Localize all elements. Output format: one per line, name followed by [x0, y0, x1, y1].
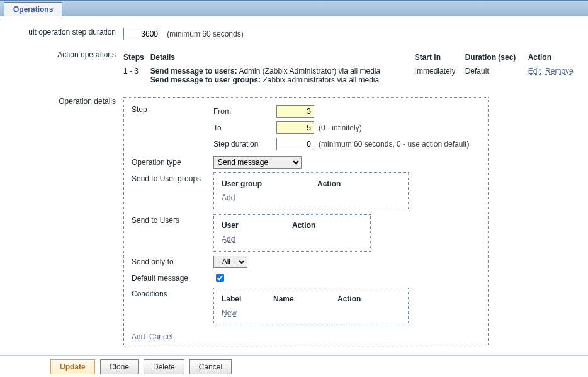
cond-col-name: Name: [273, 293, 336, 306]
cond-col-action: Action: [337, 293, 380, 306]
table-row: 1 - 3 Send message to users: Admin (Zabb…: [123, 65, 580, 87]
col-steps: Steps: [123, 52, 150, 65]
update-button[interactable]: Update: [50, 359, 95, 374]
operation-details-box: Step From T: [123, 97, 489, 347]
remove-link[interactable]: Remove: [545, 67, 574, 76]
send-groups-col-group: User group: [222, 178, 316, 191]
to-input[interactable]: [276, 121, 314, 134]
tab-strip: Operations: [0, 0, 588, 16]
send-users-add-link[interactable]: Add: [222, 235, 235, 244]
cell-steps: 1 - 3: [123, 65, 150, 87]
clone-button[interactable]: Clone: [100, 359, 139, 374]
conditions-label: Conditions: [128, 286, 210, 327]
step-duration-label: Step duration: [213, 136, 276, 152]
cancel-button[interactable]: Cancel: [189, 359, 232, 374]
opdetails-cancel-link[interactable]: Cancel: [149, 332, 172, 341]
opdetails-add-link[interactable]: Add: [132, 332, 145, 341]
send-groups-col-action: Action: [317, 178, 359, 191]
send-users-label: Send to Users: [128, 212, 210, 254]
to-label: To: [213, 120, 276, 136]
default-step-duration-hint: (minimum 60 seconds): [167, 30, 243, 38]
cell-start-in: Immediately: [415, 65, 465, 87]
default-step-duration-label: ult operation step duration: [0, 25, 120, 43]
send-users-box: User Action Add: [213, 214, 371, 252]
send-groups-add-link[interactable]: Add: [222, 193, 235, 202]
col-details: Details: [150, 52, 415, 65]
from-label: From: [213, 103, 276, 120]
default-message-label: Default message: [128, 270, 210, 286]
conditions-new-link[interactable]: New: [222, 308, 237, 317]
operation-type-select[interactable]: Send message: [213, 156, 302, 169]
conditions-box: Label Name Action New: [213, 288, 409, 325]
cell-details: Send message to users: Admin (Zabbix Adm…: [150, 65, 415, 87]
col-start-in: Start in: [415, 52, 465, 65]
tab-operations[interactable]: Operations: [4, 2, 62, 16]
send-groups-label: Send to User groups: [128, 171, 210, 212]
step-duration-input[interactable]: [276, 138, 314, 150]
step-label: Step: [128, 101, 210, 154]
cell-duration: Default: [465, 65, 528, 87]
default-message-checkbox[interactable]: [216, 274, 224, 282]
send-users-col-action: Action: [292, 220, 334, 232]
operation-details-label: Operation details: [0, 94, 120, 350]
cond-col-label: Label: [222, 293, 272, 306]
default-step-duration-input[interactable]: [123, 28, 161, 40]
send-groups-box: User group Action Add: [213, 172, 409, 210]
from-input[interactable]: [276, 105, 314, 118]
to-hint: (0 - infinitely): [319, 123, 362, 132]
operation-type-label: Operation type: [128, 154, 210, 171]
action-operations-label: Action operations: [0, 48, 120, 89]
delete-button[interactable]: Delete: [144, 359, 184, 374]
col-duration: Duration (sec): [465, 52, 528, 65]
footer-buttons: Update Clone Delete Cancel: [0, 354, 588, 377]
send-only-label: Send only to: [128, 254, 210, 270]
edit-link[interactable]: Edit: [528, 67, 541, 76]
send-only-select[interactable]: - All -: [213, 256, 247, 268]
col-action: Action: [528, 52, 580, 65]
action-operations-table: Steps Details Start in Duration (sec) Ac…: [123, 52, 580, 87]
step-duration-hint: (minimum 60 seconds, 0 - use action defa…: [319, 140, 469, 149]
send-users-col-user: User: [222, 220, 291, 232]
